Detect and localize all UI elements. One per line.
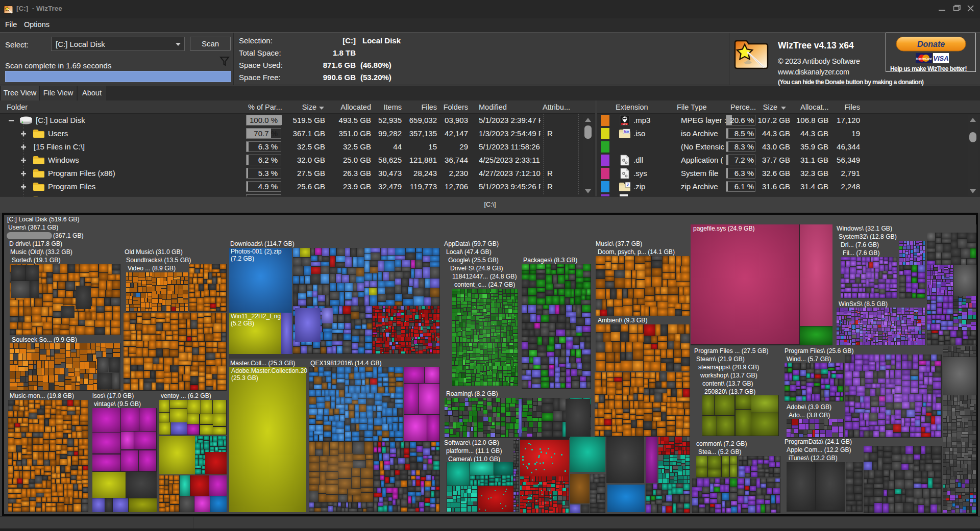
svg-text:Adobe.Master.Collection.20: Adobe.Master.Collection.20 (231, 367, 307, 374)
svg-text:platform... (11.1 GB): platform... (11.1 GB) (446, 447, 502, 454)
svg-text:VISA: VISA (933, 55, 948, 62)
svg-text:iso: iso (624, 130, 629, 133)
svg-text:ProgramData\ (24.1 GB): ProgramData\ (24.1 GB) (785, 438, 852, 445)
svg-text:vintage\ (9.5 GB): vintage\ (9.5 GB) (94, 400, 141, 408)
svg-text:Doom, psych, p... (14.1 GB): Doom, psych, p... (14.1 GB) (598, 248, 675, 256)
svg-text:Fil... (7.6 GB): Fil... (7.6 GB) (843, 249, 879, 257)
svg-text:QEX19812016\ (14.4 GB): QEX19812016\ (14.4 GB) (310, 360, 382, 367)
svg-text:AppData\ (59.7 GB): AppData\ (59.7 GB) (444, 240, 499, 247)
svg-text:Video ... (8.9 GB): Video ... (8.9 GB) (128, 265, 176, 272)
svg-text:Ado... (3.8 GB): Ado... (3.8 GB) (789, 412, 830, 419)
svg-text:Steam\ (21.9 GB): Steam\ (21.9 GB) (696, 356, 745, 363)
svg-text:(7.2 GB): (7.2 GB) (231, 255, 254, 262)
svg-text:Local\ (47.4 GB): Local\ (47.4 GB) (446, 248, 492, 256)
svg-text:content_c... (24.7 GB): content_c... (24.7 GB) (454, 281, 515, 288)
svg-text:Win11_22H2_Englis: Win11_22H2_Englis (231, 313, 287, 320)
svg-text:Sorted\ (19.1 GB): Sorted\ (19.1 GB) (12, 257, 61, 264)
svg-text:250820\ (13.7 GB): 250820\ (13.7 GB) (704, 388, 755, 395)
svg-text:118412447... (24.8 GB): 118412447... (24.8 GB) (452, 273, 517, 280)
svg-text:[C:] Local Disk (519.6 GB): [C:] Local Disk (519.6 GB) (7, 216, 80, 223)
svg-text:Wind... (5.7 GB): Wind... (5.7 GB) (787, 356, 831, 363)
svg-text:Photos-001 (2).zip: Photos-001 (2).zip (231, 248, 282, 255)
svg-text:Program Files ... (27.5 GB): Program Files ... (27.5 GB) (694, 347, 769, 355)
svg-text:WinSxS\ (8.5 GB): WinSxS\ (8.5 GB) (839, 300, 888, 308)
svg-text:Packages\ (8.3 GB): Packages\ (8.3 GB) (523, 257, 577, 264)
svg-text:Downloads\ (114.7 GB): Downloads\ (114.7 GB) (230, 240, 295, 247)
svg-text:Music (Old)\ (33.2 GB): Music (Old)\ (33.2 GB) (10, 248, 72, 256)
svg-text:Users\ (367.1 GB): Users\ (367.1 GB) (8, 224, 58, 231)
svg-text:(367.1 GB): (367.1 GB) (53, 232, 84, 239)
svg-text:Old Music\ (31.0 GB): Old Music\ (31.0 GB) (125, 248, 183, 256)
svg-text:Program Files\ (25.6 GB): Program Files\ (25.6 GB) (785, 347, 853, 355)
svg-text:MP3: MP3 (623, 123, 627, 125)
svg-text:steamapps\ (20.9 GB): steamapps\ (20.9 GB) (698, 364, 759, 371)
svg-text:(25.3 GB): (25.3 GB) (231, 374, 258, 382)
svg-text:content\ (13.7 GB): content\ (13.7 GB) (702, 380, 753, 387)
svg-text:DriveFS\ (24.9 GB): DriveFS\ (24.9 GB) (450, 265, 503, 272)
svg-text:Music\ (37.7 GB): Music\ (37.7 GB) (596, 240, 642, 247)
svg-text:Ambient\ (9.3 GB): Ambient\ (9.3 GB) (598, 317, 648, 324)
svg-text:Donate: Donate (917, 40, 945, 48)
svg-text:Roaming\ (8.2 GB): Roaming\ (8.2 GB) (446, 390, 498, 397)
svg-text:System32\ (12.8 GB): System32\ (12.8 GB) (839, 233, 897, 240)
svg-text:Windows\ (32.1 GB): Windows\ (32.1 GB) (837, 225, 892, 232)
svg-text:Stea... (5.2 GB): Stea... (5.2 GB) (698, 448, 742, 456)
svg-text:Soulseek So... (9.9 GB): Soulseek So... (9.9 GB) (12, 336, 77, 343)
svg-text:D drive\ (117.8 GB): D drive\ (117.8 GB) (9, 240, 62, 247)
svg-text:Music-mon... (19.8 GB): Music-mon... (19.8 GB) (10, 392, 74, 399)
svg-text:Camera\ (11.0 GB): Camera\ (11.0 GB) (448, 456, 500, 463)
svg-text:Dri... (7.6 GB): Dri... (7.6 GB) (841, 241, 879, 248)
svg-text:isos\ (17.0 GB): isos\ (17.0 GB) (92, 392, 134, 399)
svg-text:iTunes\ (12.2 GB): iTunes\ (12.2 GB) (789, 454, 838, 462)
svg-text:Google\ (25.5 GB): Google\ (25.5 GB) (448, 257, 499, 264)
svg-text:workshop\ (13.7 GB): workshop\ (13.7 GB) (700, 372, 757, 379)
svg-text:Apple Com... (12.2 GB): Apple Com... (12.2 GB) (787, 446, 851, 453)
svg-text:MasterCard: MasterCard (916, 57, 932, 60)
svg-text:Software\ (12.0 GB): Software\ (12.0 GB) (444, 439, 499, 446)
svg-text:Z: Z (627, 183, 629, 187)
svg-text:Master.Coll... (25.3 GB): Master.Coll... (25.3 GB) (230, 360, 295, 367)
svg-text:common\ (7.2 GB): common\ (7.2 GB) (696, 440, 747, 447)
svg-text:ventoy ... (6.2 GB): ventoy ... (6.2 GB) (161, 392, 211, 399)
svg-text:Adobe\ (3.9 GB): Adobe\ (3.9 GB) (787, 403, 831, 411)
svg-text:pagefile.sys (24.9 GB): pagefile.sys (24.9 GB) (693, 225, 755, 232)
svg-text:(5.2 GB): (5.2 GB) (231, 320, 254, 327)
svg-text:Soundtracks\ (13.5 GB): Soundtracks\ (13.5 GB) (126, 257, 191, 264)
